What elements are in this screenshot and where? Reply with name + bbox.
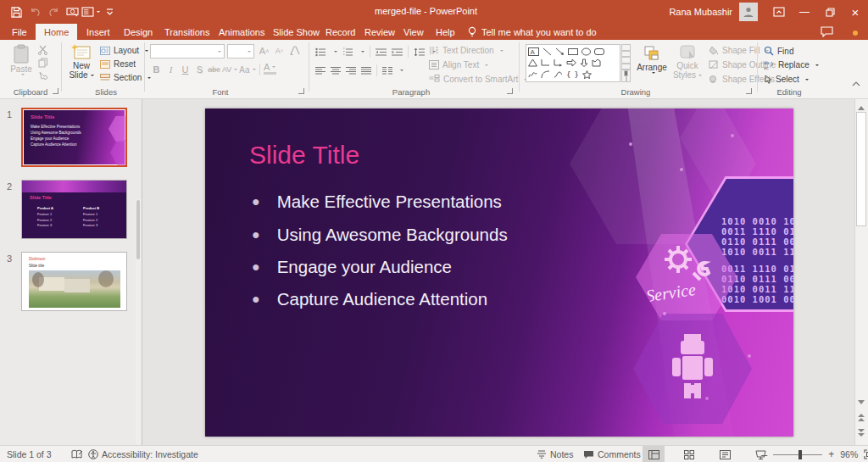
font-size-combobox[interactable] xyxy=(227,44,254,58)
slide-2-thumbnail[interactable]: Slide Title Product A Feature 1 Feature … xyxy=(21,180,127,239)
tab-design[interactable]: Design xyxy=(115,24,161,40)
normal-view-button[interactable] xyxy=(643,446,665,462)
slide-3-thumbnail[interactable]: Dickinson Slide title xyxy=(21,252,127,311)
notes-button[interactable]: Notes xyxy=(537,446,573,462)
zoom-slider-thumb[interactable] xyxy=(798,450,802,459)
zoom-slider[interactable] xyxy=(773,454,822,455)
increase-font-size-button[interactable]: A˄ xyxy=(258,43,270,58)
restore-button[interactable] xyxy=(817,0,843,24)
tab-file[interactable]: File xyxy=(3,24,36,40)
slide-bullet-4[interactable]: ●Capture Audience Attention xyxy=(252,289,487,309)
minimize-button[interactable]: — xyxy=(792,0,817,24)
fit-to-window-icon[interactable] xyxy=(864,449,868,459)
avatar[interactable] xyxy=(739,3,758,21)
tab-help[interactable]: Help xyxy=(427,24,464,40)
slide-1-thumbnail[interactable]: Slide Title Make Effective Presentations… xyxy=(21,108,127,167)
strikethrough-button[interactable]: abc xyxy=(208,62,220,77)
collapse-ribbon-icon[interactable] xyxy=(851,81,861,87)
close-button[interactable]: × xyxy=(843,0,868,24)
clear-formatting-button[interactable] xyxy=(288,43,301,58)
quick-access-toolbar xyxy=(7,3,119,21)
start-from-beginning-icon[interactable] xyxy=(63,3,81,21)
font-dialog-launcher[interactable] xyxy=(298,88,304,94)
decrease-font-size-button[interactable]: A˅ xyxy=(273,43,286,58)
current-slide[interactable]: 1010 0010 10010011 1110 01100110 0111 00… xyxy=(205,109,793,437)
shape-fill-button[interactable]: Shape Fill xyxy=(709,46,769,55)
redo-icon[interactable] xyxy=(44,3,63,21)
lightbulb-icon xyxy=(468,26,476,37)
convert-to-smartart-button[interactable]: Convert to SmartArt xyxy=(429,75,527,84)
numbering-icon[interactable] xyxy=(342,47,353,57)
align-right-icon[interactable] xyxy=(346,66,356,75)
decrease-indent-icon[interactable] xyxy=(376,47,387,57)
arrange-label: Arrange xyxy=(637,63,667,72)
tab-home[interactable]: Home xyxy=(36,24,77,40)
align-text-button[interactable]: Align Text xyxy=(429,60,488,70)
shapes-gallery[interactable]: A { } xyxy=(526,44,620,82)
arrange-button[interactable]: Arrange xyxy=(634,44,670,74)
scroll-down-icon[interactable] xyxy=(856,397,866,407)
justify-icon[interactable] xyxy=(361,66,371,75)
reading-view-button[interactable] xyxy=(714,446,736,462)
zoom-in-button[interactable]: + xyxy=(828,448,834,460)
font-name-combobox[interactable] xyxy=(150,44,225,58)
paragraph-dialog-launcher[interactable] xyxy=(507,88,513,94)
slide-canvas: 1010 0010 10010011 1110 01100110 0111 00… xyxy=(142,99,854,445)
select-button[interactable]: Select xyxy=(764,75,809,84)
columns-icon[interactable] xyxy=(382,66,392,75)
user-name[interactable]: Rana Mubashir xyxy=(669,7,732,17)
zoom-out-button[interactable]: – xyxy=(761,448,767,461)
new-slide-button[interactable]: New Slide xyxy=(66,44,97,80)
paste-button[interactable]: Paste xyxy=(7,44,36,75)
scrollbar-thumb[interactable] xyxy=(856,112,866,226)
layout-button[interactable]: Layout xyxy=(100,46,148,55)
slide-bullet-1[interactable]: ●Make Effective Presentations xyxy=(252,192,502,212)
next-slide-button[interactable] xyxy=(856,427,866,437)
comments-button[interactable]: Comments xyxy=(583,446,641,462)
tab-transitions[interactable]: Transitions xyxy=(156,24,218,40)
slide-title-text[interactable]: Slide Title xyxy=(249,141,359,170)
bold-button[interactable]: B xyxy=(150,62,163,77)
spell-check-icon[interactable] xyxy=(71,446,83,462)
text-direction-button[interactable]: Text Direction xyxy=(429,46,504,55)
slide-indicator[interactable]: Slide 1 of 3 xyxy=(7,446,52,462)
slide-layout-icon[interactable] xyxy=(81,3,100,21)
increase-indent-icon[interactable] xyxy=(392,47,403,57)
shapes-gallery-scroll[interactable] xyxy=(621,44,631,82)
find-button[interactable]: Find xyxy=(764,46,793,56)
line-spacing-icon[interactable] xyxy=(414,47,425,57)
quick-styles-button[interactable]: Quick Styles xyxy=(671,44,704,80)
underline-button[interactable]: U xyxy=(179,62,192,77)
new-slide-label-1: New xyxy=(73,61,90,70)
replace-button[interactable]: abac Replace xyxy=(764,60,819,70)
align-left-icon[interactable] xyxy=(315,66,326,75)
text-shadow-button[interactable]: S xyxy=(193,62,206,77)
tell-me-box[interactable]: Tell me what you want to do xyxy=(468,24,597,40)
bullets-icon[interactable] xyxy=(315,47,326,57)
save-icon[interactable] xyxy=(7,3,25,21)
tab-insert[interactable]: Insert xyxy=(78,24,119,40)
zoom-level[interactable]: 96% xyxy=(840,449,858,459)
cut-icon[interactable] xyxy=(37,45,48,55)
copy-icon[interactable] xyxy=(37,58,48,68)
change-case-button[interactable]: Aa xyxy=(239,62,255,77)
reset-button[interactable]: Reset xyxy=(100,59,136,69)
drawing-dialog-launcher[interactable] xyxy=(746,88,752,94)
customize-qat-icon[interactable] xyxy=(100,3,119,21)
slide-sorter-view-button[interactable] xyxy=(678,446,700,462)
font-color-button[interactable]: A xyxy=(264,62,276,75)
undo-icon[interactable] xyxy=(25,3,44,21)
clipboard-dialog-launcher[interactable] xyxy=(53,88,58,94)
panel-scrollbar-thumb[interactable] xyxy=(136,200,140,259)
slide-bullet-3[interactable]: ●Engage your Audience xyxy=(252,257,452,277)
slide-bullet-2[interactable]: ●Using Awesome Backgrounds xyxy=(252,225,508,245)
comments-bubble-icon[interactable] xyxy=(821,26,833,37)
format-painter-icon[interactable] xyxy=(37,70,48,81)
slide-1-number: 1 xyxy=(7,109,12,120)
previous-slide-button[interactable] xyxy=(856,412,866,422)
italic-button[interactable]: I xyxy=(164,62,177,77)
align-center-icon[interactable] xyxy=(331,66,341,75)
accessibility-status[interactable]: Accessibility: Investigate xyxy=(88,446,198,462)
character-spacing-button[interactable]: AV xyxy=(222,62,237,77)
ribbon-display-options-icon[interactable] xyxy=(766,0,792,24)
